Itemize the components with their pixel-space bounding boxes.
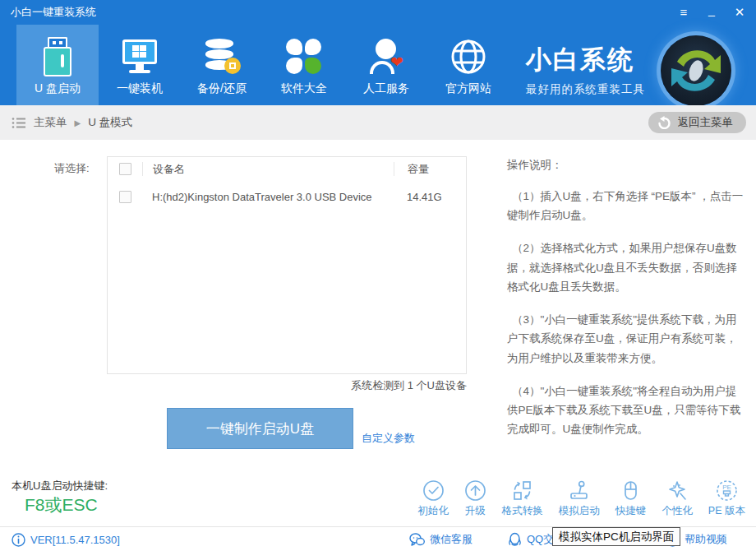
format-convert-icon (511, 479, 533, 502)
breadcrumb-bar: 主菜单 ▶ U 盘模式 返回主菜单 (0, 105, 756, 140)
column-header-device-name: 设备名 (142, 162, 394, 176)
wechat-support-link[interactable]: 微信客服 (409, 527, 472, 551)
tab-human-support[interactable]: ❤ 人工服务 (345, 25, 427, 105)
tool-init[interactable]: 初始化 (417, 479, 449, 518)
monitor-icon (121, 37, 159, 76)
table-row[interactable]: H:(hd2)Kingston DataTraveler 3.0 USB Dev… (108, 181, 466, 212)
brand-name: 小白系统 (526, 43, 645, 77)
instructions-title: 操作说明： (507, 158, 747, 173)
version-info[interactable]: VER[11.5.47.1530] (12, 527, 120, 551)
info-icon (12, 533, 25, 547)
menu-icon[interactable]: ≡ (675, 0, 692, 25)
boot-hotkey-value: F8或ESC (25, 493, 98, 516)
tab-label: 一键装机 (117, 81, 163, 96)
simulate-boot-icon (568, 479, 590, 502)
backup-restore-icon (203, 37, 241, 76)
instruction-step: （3）"小白一键重装系统"提供系统下载，为用户下载系统保存至U盘，保证用户有系统… (507, 310, 747, 368)
qq-icon (508, 532, 522, 547)
brand-logo-icon (661, 35, 731, 106)
human-support-icon: ❤ (367, 37, 405, 76)
tool-label: 格式转换 (502, 504, 543, 518)
table-header-row: 设备名 容量 (108, 157, 466, 181)
instruction-step: （2）选择格式化方式，如果用户想保存U盘数据，就选择格式化U盘且不丢失数据，否则… (507, 238, 747, 296)
app-window: 小白一键重装系统 ≡ _ ✕ U 盘启动 一键 (0, 0, 756, 551)
personalize-icon (666, 479, 689, 502)
tab-one-click-install[interactable]: 一键装机 (99, 25, 181, 105)
tab-label: U 盘启动 (35, 81, 81, 96)
column-header-capacity: 容量 (394, 162, 466, 176)
back-button-label: 返回主菜单 (678, 115, 734, 130)
instruction-step: （4）"小白一键重装系统"将全程自动为用户提供PE版本下载及系统下载至U盘，只需… (507, 382, 747, 439)
device-name-cell: H:(hd2)Kingston DataTraveler 3.0 USB Dev… (142, 191, 394, 203)
tool-label: 模拟启动 (559, 504, 600, 518)
official-website-icon (449, 37, 487, 76)
tool-label: 升级 (465, 504, 486, 518)
tab-backup-restore[interactable]: 备份/还原 (181, 25, 263, 105)
select-all-checkbox[interactable] (119, 163, 131, 175)
init-icon (422, 479, 445, 502)
breadcrumb-separator-icon: ▶ (75, 118, 81, 127)
nav-tabs: U 盘启动 一键装机 (16, 25, 509, 105)
detection-status-text: 系统检测到 1 个U盘设备 (107, 378, 467, 393)
tab-label: 官方网站 (445, 81, 491, 96)
list-icon (12, 117, 26, 129)
svg-text:PE: PE (722, 484, 731, 491)
simulate-boot-tooltip: 模拟实体PC机启动界面 (552, 527, 680, 546)
brand-tagline: 最好用的系统重装工具 (526, 82, 645, 97)
return-arrow-icon (657, 116, 671, 129)
upgrade-icon (464, 479, 486, 502)
tab-official-website[interactable]: 官方网站 (427, 25, 509, 105)
tab-usb-boot[interactable]: U 盘启动 (16, 25, 99, 105)
tab-label: 软件大全 (281, 81, 327, 96)
tool-label: 快捷键 (615, 504, 647, 518)
main-nav: U 盘启动 一键装机 (0, 25, 756, 105)
tool-label: PE 版本 (708, 504, 745, 518)
instruction-step: （1）插入U盘，右下角选择 “PE版本” ，点击一键制作启动U盘。 (507, 187, 747, 225)
tool-hotkey[interactable]: 快捷键 (615, 479, 647, 518)
tool-row: 初始化 升级 格式转换 (417, 479, 745, 518)
make-boot-usb-button[interactable]: 一键制作启动U盘 (167, 408, 353, 449)
software-collection-icon (286, 37, 322, 76)
usb-device-table: 设备名 容量 H:(hd2)Kingston DataTraveler 3.0 … (107, 156, 467, 374)
tool-personalize[interactable]: 个性化 (662, 479, 693, 518)
close-icon[interactable]: ✕ (731, 0, 748, 25)
breadcrumb-root[interactable]: 主菜单 (34, 115, 67, 130)
tab-label: 备份/还原 (197, 81, 247, 96)
device-row-checkbox[interactable] (119, 191, 131, 203)
tab-label: 人工服务 (363, 81, 409, 96)
tool-pe-version[interactable]: PE PE 版本 (708, 479, 745, 518)
boot-hotkey-label: 本机U盘启动快捷键: (12, 479, 108, 493)
usb-drive-icon (44, 37, 71, 76)
instructions-panel: 操作说明： （1）插入U盘，右下角选择 “PE版本” ，点击一键制作启动U盘。 … (507, 158, 747, 438)
version-text: VER[11.5.47.1530] (30, 534, 120, 546)
tool-label: 个性化 (662, 504, 693, 518)
wechat-icon (409, 533, 425, 547)
tool-format-convert[interactable]: 格式转换 (502, 479, 543, 518)
select-prompt-label: 请选择: (54, 161, 90, 176)
tab-software-collection[interactable]: 软件大全 (263, 25, 345, 105)
brand-block: 小白系统 最好用的系统重装工具 (526, 43, 645, 97)
tool-simulate-boot[interactable]: 模拟启动 (559, 479, 600, 518)
custom-params-link[interactable]: 自定义参数 (362, 431, 415, 446)
wechat-label: 微信客服 (430, 532, 472, 547)
tool-upgrade[interactable]: 升级 (464, 479, 486, 518)
window-controls: ≡ _ ✕ (675, 0, 748, 25)
breadcrumb-current: U 盘模式 (88, 115, 132, 130)
help-label: 帮助视频 (685, 532, 727, 547)
minimize-icon[interactable]: _ (703, 0, 720, 22)
tool-label: 初始化 (417, 504, 449, 518)
title-bar: 小白一键重装系统 ≡ _ ✕ (0, 0, 756, 25)
back-to-main-menu-button[interactable]: 返回主菜单 (648, 112, 747, 133)
device-capacity-cell: 14.41G (394, 191, 466, 203)
hotkey-icon (620, 479, 642, 502)
app-title: 小白一键重装系统 (11, 5, 96, 20)
pe-version-icon: PE (716, 479, 738, 502)
